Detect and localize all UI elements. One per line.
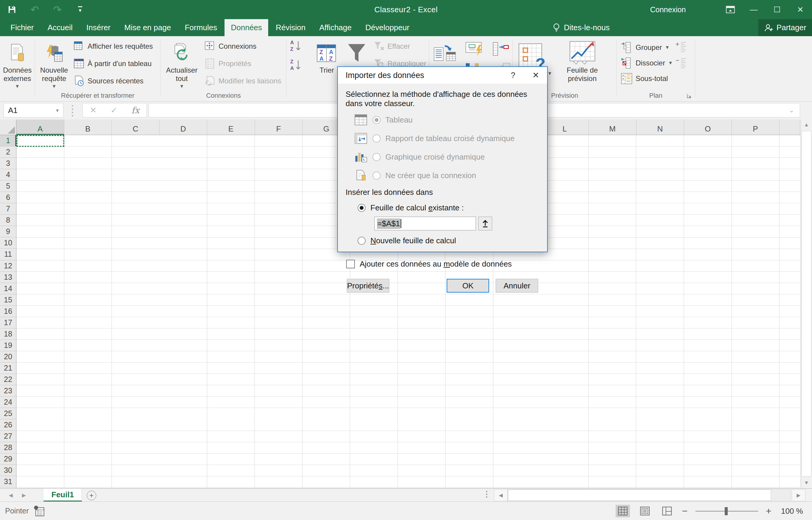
row-header-24[interactable]: 24 <box>0 396 16 408</box>
row-header-7[interactable]: 7 <box>0 203 16 214</box>
row-header-6[interactable]: 6 <box>0 192 16 203</box>
text-to-columns-icon[interactable] <box>433 45 457 64</box>
refresh-all-button[interactable]: Actualiser tout ▼ <box>164 38 199 94</box>
row-header-4[interactable]: 4 <box>0 169 16 181</box>
row-header-28[interactable]: 28 <box>0 442 16 453</box>
zoom-slider-thumb[interactable] <box>725 507 728 515</box>
row-header-2[interactable]: 2 <box>0 147 16 158</box>
page-layout-view-icon[interactable] <box>638 505 652 517</box>
outline-dialog-launcher-icon[interactable] <box>686 93 692 99</box>
cancel-button[interactable]: Annuler <box>496 279 538 292</box>
row-header-22[interactable]: 22 <box>0 374 16 385</box>
column-header-O[interactable]: O <box>684 120 732 135</box>
select-all-corner[interactable] <box>0 120 17 135</box>
show-detail-icon[interactable]: + <box>676 41 688 53</box>
horizontal-scroll-thumb[interactable] <box>508 490 771 501</box>
row-headers[interactable]: 1234567891011121314151617181920212223242… <box>0 135 17 488</box>
properties-button[interactable]: Propriétés <box>205 56 281 71</box>
column-header-F[interactable]: F <box>255 120 303 135</box>
row-header-12[interactable]: 12 <box>0 260 16 272</box>
row-header-27[interactable]: 27 <box>0 431 16 442</box>
scroll-down-icon[interactable]: ▼ <box>801 477 812 488</box>
row-header-23[interactable]: 23 <box>0 385 16 396</box>
row-header-11[interactable]: 11 <box>0 249 16 260</box>
confirm-entry-icon[interactable]: ✓ <box>110 105 118 115</box>
forecast-sheet-button[interactable]: Feuille de prévision <box>552 38 613 94</box>
minimize-icon[interactable]: — <box>742 0 765 19</box>
from-table-button[interactable]: À partir d'un tableau <box>74 56 153 71</box>
flash-fill-icon[interactable] <box>465 42 485 57</box>
row-header-14[interactable]: 14 <box>0 283 16 294</box>
row-header-15[interactable]: 15 <box>0 294 16 306</box>
sheet-nav-right-icon[interactable]: ▶ <box>18 489 30 502</box>
option-new-sheet[interactable]: Nouvelle feuille de calcul <box>358 234 539 247</box>
insert-function-icon[interactable]: fx <box>131 105 139 115</box>
radio-connection-only[interactable] <box>373 172 381 180</box>
normal-view-icon[interactable] <box>615 505 630 517</box>
radio-pivot-table[interactable] <box>373 134 381 142</box>
cancel-entry-icon[interactable]: ✕ <box>90 105 97 115</box>
column-header-M[interactable]: M <box>589 120 636 135</box>
tab-insérer[interactable]: Insérer <box>80 19 117 36</box>
sheet-nav-left-icon[interactable]: ◀ <box>5 489 17 502</box>
tab-scrollbar-splitter[interactable] <box>486 491 487 498</box>
external-data-button[interactable]: Données externes ▼ <box>1 38 34 94</box>
recent-sources-button[interactable]: Sources récentes <box>74 74 153 88</box>
ok-button[interactable]: OK <box>447 279 489 292</box>
column-header-partial[interactable] <box>780 120 800 135</box>
column-header-C[interactable]: C <box>112 120 160 135</box>
page-break-preview-icon[interactable] <box>660 505 674 517</box>
row-header-20[interactable]: 20 <box>0 351 16 363</box>
hide-detail-icon[interactable]: − <box>676 57 688 69</box>
row-header-3[interactable]: 3 <box>0 158 16 169</box>
group-button[interactable]: Grouper ▼ <box>621 40 670 55</box>
share-button[interactable]: Partager <box>758 19 812 36</box>
radio-table[interactable] <box>373 116 381 124</box>
row-header-9[interactable]: 9 <box>0 226 16 237</box>
option-pivot-chart[interactable]: Graphique croisé dynamique <box>354 150 539 164</box>
active-cell-marquee[interactable] <box>17 135 64 147</box>
row-header-10[interactable]: 10 <box>0 237 16 249</box>
radio-pivot-chart[interactable] <box>373 153 381 161</box>
column-header-P[interactable]: P <box>732 120 780 135</box>
option-table[interactable]: Tableau <box>354 113 539 127</box>
zoom-level-label[interactable]: 100 % <box>781 506 803 516</box>
properties-dialog-button[interactable]: Propriétés... <box>347 279 389 292</box>
option-connection-only[interactable]: Ne créer que la connexion <box>354 168 539 182</box>
row-header-5[interactable]: 5 <box>0 181 16 192</box>
row-header-17[interactable]: 17 <box>0 317 16 329</box>
zoom-out-icon[interactable]: − <box>682 506 688 517</box>
tab-affichage[interactable]: Affichage <box>313 19 358 36</box>
row-header-13[interactable]: 13 <box>0 272 16 283</box>
radio-existing-sheet[interactable] <box>358 204 366 212</box>
collapse-dialog-icon[interactable] <box>478 217 492 230</box>
row-header-30[interactable]: 30 <box>0 465 16 476</box>
tab-fichier[interactable]: Fichier <box>4 19 40 36</box>
row-header-8[interactable]: 8 <box>0 214 16 226</box>
formula-bar-splitter[interactable] <box>72 105 73 116</box>
column-header-B[interactable]: B <box>64 120 112 135</box>
edit-links-button[interactable]: Modifier les liaisons <box>205 74 281 88</box>
maximize-icon[interactable]: ☐ <box>765 0 789 19</box>
scroll-up-icon[interactable]: ▲ <box>801 120 812 130</box>
zoom-slider[interactable] <box>695 511 758 512</box>
column-header-N[interactable]: N <box>636 120 684 135</box>
account-label[interactable]: Connexion <box>650 5 686 14</box>
range-input[interactable]: =$A$1 <box>374 217 476 230</box>
sort-button[interactable]: ZAAZ Trier <box>313 38 340 94</box>
tab-données[interactable]: Données <box>225 19 268 36</box>
subtotal-button[interactable]: ++ Sous-total <box>621 72 668 86</box>
row-header-19[interactable]: 19 <box>0 340 16 351</box>
show-queries-button[interactable]: Afficher les requêtes <box>74 39 153 53</box>
add-sheet-icon[interactable]: + <box>87 491 96 500</box>
checkbox-data-model[interactable] <box>346 260 355 268</box>
name-box[interactable]: A1 ▼ <box>4 103 64 118</box>
tab-mise-en-page[interactable]: Mise en page <box>118 19 177 36</box>
tab-développeur[interactable]: Développeur <box>359 19 415 36</box>
vertical-scroll-thumb[interactable] <box>802 131 811 476</box>
add-to-data-model-option[interactable]: Ajouter ces données au modèle de données <box>346 259 539 269</box>
option-existing-sheet[interactable]: Feuille de calcul existante : <box>358 201 539 214</box>
zoom-in-icon[interactable]: + <box>766 506 772 517</box>
sheet-tab-feuil1[interactable]: Feuil1 <box>44 489 82 502</box>
new-query-button[interactable]: Nouvelle requête ▼ <box>37 38 71 94</box>
